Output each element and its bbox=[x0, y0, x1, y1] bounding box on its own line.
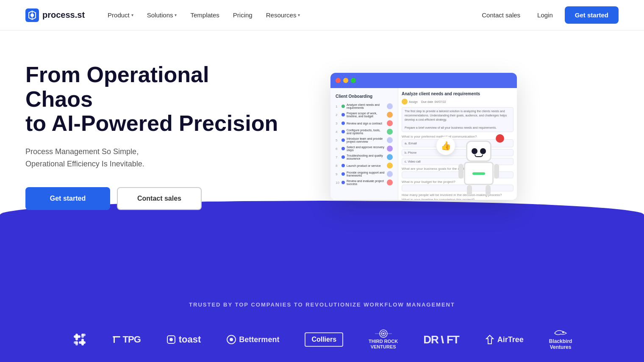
nav-item-solutions[interactable]: Solutions ▾ bbox=[141, 8, 183, 22]
contact-sales-link[interactable]: Contact sales bbox=[477, 8, 525, 22]
mockup-task-2: 2 Prepare scope of work, timeline, and b… bbox=[334, 111, 394, 119]
chevron-down-icon: ▾ bbox=[175, 13, 177, 17]
hero-image: Client Onboarding 1 Analyze client needs… bbox=[280, 73, 517, 200]
assign-meta: Assign bbox=[402, 99, 418, 105]
svg-rect-7 bbox=[79, 341, 86, 344]
airtree-icon bbox=[485, 334, 495, 345]
wave-transition bbox=[0, 251, 644, 276]
mockup-meta-row: Assign Due date 04/07/22 bbox=[402, 99, 514, 105]
mockup-task-5: 5 Introduce team and provide project ove… bbox=[334, 136, 394, 144]
toast-icon bbox=[166, 334, 176, 345]
chevron-down-icon: ▾ bbox=[298, 13, 300, 17]
task-avatar bbox=[387, 146, 393, 152]
mockup-task-3: 3 Review and sign a contract bbox=[334, 119, 394, 127]
robot-body bbox=[464, 162, 494, 185]
task-avatar bbox=[387, 137, 393, 143]
company-logo-blackbird: BlackbirdVentures bbox=[549, 329, 572, 351]
company-logo-drift: DR I FT bbox=[423, 333, 459, 346]
company-logo-colliers: Colliers bbox=[305, 332, 343, 347]
due-date-meta: Due date 04/07/22 bbox=[421, 99, 446, 105]
hero-get-started-button[interactable]: Get started bbox=[25, 187, 110, 210]
logo-icon bbox=[25, 8, 39, 22]
task-check-icon bbox=[341, 181, 345, 184]
mockup-description: The first step to provide a tailored sol… bbox=[402, 107, 514, 132]
nav-item-templates[interactable]: Templates bbox=[184, 8, 225, 22]
robot-illustration: 👍 bbox=[458, 141, 500, 191]
thirdrock-icon bbox=[375, 329, 392, 338]
mockup-task-4: 4 Configure products, tools, and systems bbox=[334, 127, 394, 136]
task-avatar bbox=[387, 120, 393, 126]
task-check-icon bbox=[341, 147, 345, 150]
company-logo-airtree: AirTree bbox=[485, 334, 524, 345]
login-link[interactable]: Login bbox=[532, 8, 558, 22]
mockup-sidebar: Client Onboarding 1 Analyze client needs… bbox=[330, 88, 398, 200]
mockup-task-8: 8 Launch product or service bbox=[334, 161, 394, 170]
question-label-4: How many people will be involved in the … bbox=[402, 193, 514, 197]
nav-item-product[interactable]: Product ▾ bbox=[102, 8, 139, 22]
colliers-box: Colliers bbox=[305, 332, 343, 347]
company-logo-thirdrock: THIRD ROCKVENTURES bbox=[369, 329, 398, 350]
company-logo-toast: toast bbox=[166, 334, 201, 345]
robot-mouth bbox=[475, 155, 483, 157]
tpg-icon bbox=[113, 335, 121, 344]
get-started-button[interactable]: Get started bbox=[565, 6, 619, 24]
task-avatar bbox=[387, 163, 393, 169]
navbar-actions: Contact sales Login Get started bbox=[477, 6, 619, 24]
robot-leg-right bbox=[486, 185, 491, 196]
svg-rect-13 bbox=[114, 336, 115, 343]
svg-rect-9 bbox=[74, 341, 78, 344]
navbar: process.st Product ▾ Solutions ▾ Templat… bbox=[0, 0, 644, 30]
company-logo-slack bbox=[72, 332, 87, 347]
logos-row: TPG toast Betterment Colliers bbox=[25, 329, 619, 351]
svg-point-15 bbox=[169, 338, 173, 341]
slack-icon bbox=[72, 332, 87, 347]
task-avatar bbox=[387, 129, 393, 135]
task-avatar bbox=[387, 154, 393, 160]
robot-leg-left bbox=[467, 185, 472, 196]
logo-link[interactable]: process.st bbox=[25, 8, 85, 22]
task-avatar bbox=[387, 180, 393, 185]
nav-item-pricing[interactable]: Pricing bbox=[227, 8, 258, 22]
task-check-icon bbox=[341, 138, 345, 142]
task-check-icon bbox=[341, 130, 345, 133]
robot: 👍 bbox=[458, 141, 500, 191]
robot-eye-right bbox=[480, 148, 486, 154]
hero-buttons: Get started Contact sales bbox=[25, 187, 280, 210]
task-avatar bbox=[387, 103, 393, 109]
task-check-icon bbox=[341, 155, 345, 159]
task-avatar bbox=[387, 112, 393, 118]
mockup-task-10: 10 Review and evaluate project success bbox=[334, 178, 394, 187]
logo-text: process.st bbox=[42, 10, 85, 20]
mockup-task-6: 6 Select and approve recovery steps bbox=[334, 144, 394, 153]
assign-avatar bbox=[402, 99, 408, 105]
task-check-icon bbox=[341, 122, 345, 125]
task-check-icon bbox=[341, 105, 345, 108]
mockup-task-1: 1 Analyze client needs and requirements bbox=[334, 102, 394, 111]
nav-item-resources[interactable]: Resources ▾ bbox=[260, 8, 306, 22]
robot-eye-left bbox=[472, 148, 477, 154]
svg-point-22 bbox=[562, 332, 564, 333]
task-check-icon bbox=[341, 172, 345, 176]
robot-head bbox=[466, 141, 491, 162]
blackbird-icon bbox=[554, 329, 567, 337]
window-close-dot bbox=[336, 78, 341, 83]
company-logo-tpg: TPG bbox=[113, 334, 141, 345]
hero-contact-sales-button[interactable]: Contact sales bbox=[117, 187, 202, 210]
robot-stripe bbox=[472, 172, 485, 175]
task-avatar bbox=[387, 171, 393, 177]
trusted-section: TRUSTED BY TOP COMPANIES TO REVOLUTIONIZ… bbox=[0, 276, 644, 362]
task-check-icon bbox=[341, 113, 345, 116]
svg-point-1 bbox=[31, 14, 34, 17]
red-ball-decoration bbox=[496, 134, 504, 143]
svg-rect-11 bbox=[81, 334, 86, 336]
svg-point-17 bbox=[230, 338, 233, 341]
window-minimize-dot bbox=[343, 78, 348, 83]
mockup-task-7: 7 Troubleshooting and quality assurance bbox=[334, 153, 394, 161]
hero-subtitle: Process Management So Simple, Operationa… bbox=[25, 146, 280, 170]
question-label-5: What is your timeline for completing thi… bbox=[402, 198, 514, 200]
mockup-sidebar-title: Client Onboarding bbox=[334, 91, 394, 102]
chevron-down-icon: ▾ bbox=[131, 13, 133, 17]
betterment-icon bbox=[226, 334, 236, 345]
hero-section: From Operational Chaos to AI-Powered Pre… bbox=[0, 30, 644, 251]
window-maximize-dot bbox=[351, 78, 356, 83]
